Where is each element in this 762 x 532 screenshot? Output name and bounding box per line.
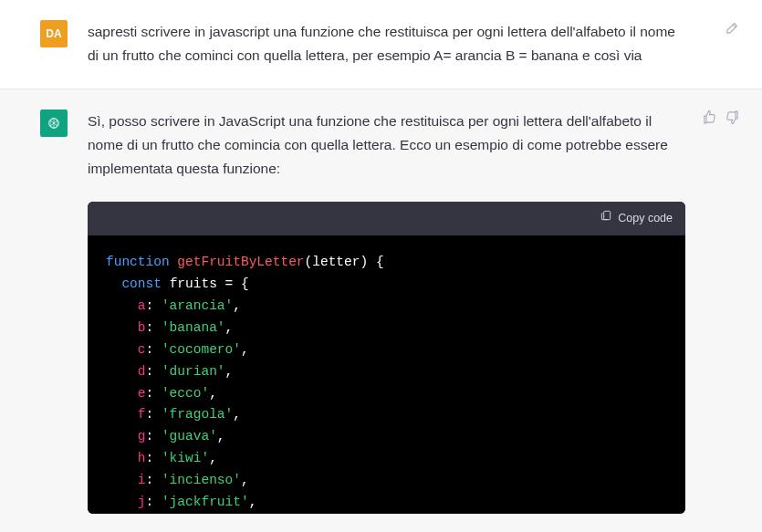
code-object-key: g bbox=[138, 429, 146, 443]
copy-code-label: Copy code bbox=[618, 209, 673, 228]
code-object-key: f bbox=[138, 407, 146, 422]
code-object-key: i bbox=[138, 473, 146, 487]
code-punct: , bbox=[209, 386, 217, 401]
code-punct: = { bbox=[217, 276, 249, 291]
thumbs-up-icon[interactable] bbox=[702, 110, 717, 125]
code-object-key: b bbox=[138, 320, 146, 335]
code-object-key: e bbox=[138, 386, 146, 401]
user-message-text: sapresti scrivere in javascript una funz… bbox=[88, 24, 675, 63]
assistant-intro-text: Sì, posso scrivere in JavaScript una fun… bbox=[88, 110, 685, 182]
user-message-actions bbox=[725, 20, 740, 36]
code-punct: , bbox=[217, 429, 225, 443]
code-keyword-function: function bbox=[106, 255, 170, 269]
code-punct: : bbox=[146, 429, 162, 443]
code-punct: : bbox=[146, 473, 162, 487]
code-punct: , bbox=[209, 451, 217, 465]
assistant-message: Sì, posso scrivere in JavaScript una fun… bbox=[0, 89, 762, 532]
code-string: 'kiwi' bbox=[162, 451, 209, 465]
code-punct: : bbox=[146, 342, 162, 357]
code-keyword-const: const bbox=[121, 276, 162, 291]
code-param: letter bbox=[312, 255, 360, 269]
user-message-content: sapresti scrivere in javascript una funz… bbox=[88, 20, 722, 68]
code-object-key: j bbox=[138, 495, 146, 509]
code-content: function getFruitByLetter(letter) { cons… bbox=[88, 235, 685, 514]
code-punct: : bbox=[146, 451, 162, 465]
assistant-message-actions bbox=[702, 110, 740, 125]
code-string: 'fragola' bbox=[162, 407, 233, 422]
clipboard-icon bbox=[600, 209, 612, 228]
code-string: 'incienso' bbox=[162, 473, 241, 487]
code-punct: : bbox=[146, 320, 162, 335]
code-punct: ( bbox=[305, 255, 313, 269]
user-avatar: DA bbox=[40, 20, 68, 47]
code-object-key: h bbox=[138, 451, 146, 465]
code-punct: , bbox=[241, 342, 249, 357]
code-punct: , bbox=[249, 495, 257, 509]
code-string: 'arancia' bbox=[162, 298, 233, 313]
code-punct: : bbox=[146, 298, 162, 313]
code-string: 'guava' bbox=[162, 429, 217, 443]
assistant-message-content: Sì, posso scrivere in JavaScript una fun… bbox=[88, 110, 722, 514]
code-object-key: d bbox=[138, 364, 146, 379]
code-punct: : bbox=[146, 495, 162, 509]
svg-rect-1 bbox=[604, 211, 611, 219]
code-string: 'jackfruit' bbox=[162, 495, 249, 509]
user-message: DA sapresti scrivere in javascript una f… bbox=[0, 0, 762, 89]
code-punct: : bbox=[146, 386, 162, 401]
assistant-avatar bbox=[40, 110, 68, 137]
code-punct: , bbox=[225, 364, 234, 379]
edit-icon[interactable] bbox=[725, 20, 740, 36]
code-punct: : bbox=[146, 364, 162, 379]
thumbs-down-icon[interactable] bbox=[725, 110, 740, 125]
code-string: 'banana' bbox=[162, 320, 225, 335]
code-punct: , bbox=[241, 473, 249, 487]
code-punct: ) { bbox=[360, 255, 383, 269]
code-punct: , bbox=[233, 407, 241, 422]
user-avatar-initials: DA bbox=[46, 25, 61, 43]
code-object-key: c bbox=[138, 342, 146, 357]
code-var-name: fruits bbox=[170, 276, 217, 291]
code-string: 'durian' bbox=[162, 364, 225, 379]
code-punct: , bbox=[225, 320, 234, 335]
code-object-key: a bbox=[138, 298, 146, 313]
code-block-header: Copy code bbox=[88, 202, 685, 235]
code-block: Copy code function getFruitByLetter(lett… bbox=[88, 202, 685, 514]
code-punct: , bbox=[233, 298, 241, 313]
code-string: 'ecco' bbox=[162, 386, 209, 401]
code-function-name: getFruitByLetter bbox=[177, 255, 304, 269]
copy-code-button[interactable]: Copy code bbox=[600, 209, 673, 228]
code-string: 'cocomero' bbox=[162, 342, 241, 357]
code-punct: : bbox=[146, 407, 162, 422]
